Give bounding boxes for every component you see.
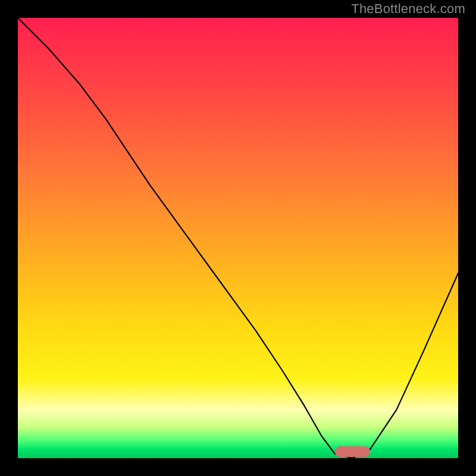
chart-frame: TheBottleneck.com (0, 0, 476, 476)
plot-area (18, 18, 458, 458)
curve-layer (18, 18, 458, 458)
bottleneck-curve (18, 18, 458, 458)
optimal-range-marker (335, 446, 370, 457)
watermark-text: TheBottleneck.com (351, 1, 465, 17)
